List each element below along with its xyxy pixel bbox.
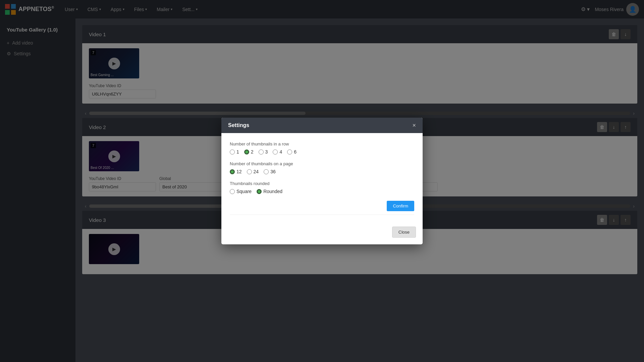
modal-overlay: Settings × Number of thumbnails in a row… — [0, 0, 644, 362]
page-radio-24[interactable] — [247, 169, 252, 174]
close-button[interactable]: Close — [392, 227, 416, 238]
settings-modal: Settings × Number of thumbnails in a row… — [221, 118, 423, 244]
row-option-4[interactable]: 4 — [273, 149, 282, 155]
thumbnails-row-group: Number of thumbnails in a row 1 2 3 4 — [230, 141, 414, 155]
modal-header: Settings × — [221, 118, 423, 133]
rounded-option-square[interactable]: Square — [230, 189, 252, 194]
modal-footer: Close — [221, 223, 423, 244]
page-radio-12[interactable] — [230, 169, 235, 174]
thumbnails-page-label: Number of thumbnails on a page — [230, 161, 414, 166]
modal-title: Settings — [228, 122, 249, 128]
row-radio-4[interactable] — [273, 149, 278, 155]
row-radio-6[interactable] — [287, 149, 292, 155]
rounded-radio-rounded[interactable] — [257, 189, 262, 194]
row-option-3[interactable]: 3 — [259, 149, 268, 155]
row-radio-3[interactable] — [259, 149, 264, 155]
confirm-button[interactable]: Confirm — [387, 201, 414, 211]
row-option-2[interactable]: 2 — [244, 149, 254, 155]
thumbnails-row-label: Number of thumbnails in a row — [230, 141, 414, 146]
thumbnails-rounded-group: Thumbnails rounded Square Rounded — [230, 181, 414, 194]
page-option-12[interactable]: 12 — [230, 169, 242, 174]
row-option-6[interactable]: 6 — [287, 149, 297, 155]
modal-divider — [230, 215, 414, 215]
row-radio-1[interactable] — [230, 149, 235, 155]
thumbnails-row-options: 1 2 3 4 6 — [230, 149, 414, 155]
modal-close-button[interactable]: × — [412, 122, 416, 128]
modal-confirm-area: Confirm — [230, 201, 414, 211]
row-option-1[interactable]: 1 — [230, 149, 239, 155]
thumbnails-rounded-label: Thumbnails rounded — [230, 181, 414, 186]
rounded-radio-square[interactable] — [230, 189, 235, 194]
thumbnails-page-options: 12 24 36 — [230, 169, 414, 174]
thumbnails-page-group: Number of thumbnails on a page 12 24 36 — [230, 161, 414, 174]
row-radio-2[interactable] — [244, 149, 249, 155]
modal-body: Number of thumbnails in a row 1 2 3 4 — [221, 133, 423, 223]
page-radio-36[interactable] — [264, 169, 269, 174]
rounded-option-rounded[interactable]: Rounded — [257, 189, 282, 194]
page-option-24[interactable]: 24 — [247, 169, 259, 174]
page-option-36[interactable]: 36 — [264, 169, 276, 174]
thumbnails-rounded-options: Square Rounded — [230, 189, 414, 194]
